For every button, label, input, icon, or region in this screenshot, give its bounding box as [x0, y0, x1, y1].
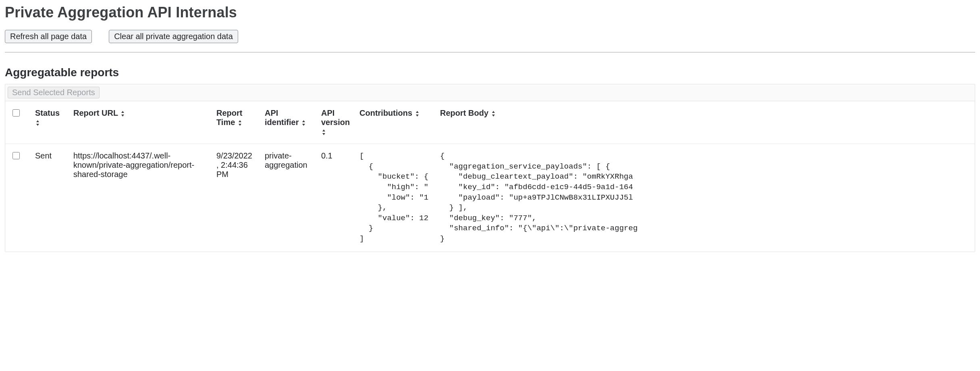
clear-data-button[interactable]: Clear all private aggregation data [109, 30, 238, 43]
sort-icon [121, 111, 125, 117]
column-header-report-url[interactable]: Report URL [68, 101, 211, 144]
column-header-label: Report URL [73, 108, 118, 117]
section-title: Aggregatable reports [5, 66, 975, 79]
sort-icon [302, 120, 305, 126]
cell-report-body: { "aggregation_service_payloads": [ { "d… [434, 144, 975, 252]
cell-contributions: [ { "bucket": { "high": "0", "low": "123… [354, 144, 434, 252]
sort-icon [492, 111, 495, 117]
column-header-api-identifier[interactable]: API identifier [259, 101, 316, 144]
sort-icon [36, 120, 39, 126]
column-header-status[interactable]: Status [29, 101, 68, 144]
table-action-bar: Send Selected Reports [5, 84, 975, 101]
reports-table-container: Send Selected Reports Status [5, 84, 975, 252]
sort-icon [322, 129, 326, 135]
sort-icon [238, 120, 242, 126]
row-select-checkbox[interactable] [12, 152, 20, 159]
column-header-label: Status [35, 108, 60, 117]
column-header-label: API version [321, 108, 350, 127]
cell-status: Sent [29, 144, 68, 252]
column-header-select [5, 101, 29, 144]
send-selected-button[interactable]: Send Selected Reports [8, 87, 100, 98]
column-header-report-time[interactable]: Report Time [211, 101, 259, 144]
cell-api-identifier: private-aggregation [259, 144, 316, 252]
report-body-code: { "aggregation_service_payloads": [ { "d… [440, 151, 969, 244]
column-header-label: Report Body [440, 108, 488, 117]
top-toolbar: Refresh all page data Clear all private … [5, 30, 975, 52]
column-header-label: API identifier [265, 108, 299, 127]
column-header-report-body[interactable]: Report Body [434, 101, 975, 144]
select-all-checkbox[interactable] [12, 109, 20, 117]
cell-report-time: 9/23/2022, 2:44:36 PM [211, 144, 259, 252]
refresh-button[interactable]: Refresh all page data [5, 30, 92, 43]
column-header-contributions[interactable]: Contributions [354, 101, 434, 144]
cell-api-version: 0.1 [316, 144, 354, 252]
column-header-label: Contributions [359, 108, 412, 117]
page-title: Private Aggregation API Internals [5, 4, 975, 21]
reports-table: Status Report URL Report Time [5, 101, 975, 252]
column-header-api-version[interactable]: API version [316, 101, 354, 144]
contributions-code: [ { "bucket": { "high": "0", "low": "123… [359, 151, 429, 244]
table-row: Sent https://localhost:4437/.well-known/… [5, 144, 975, 252]
cell-report-url: https://localhost:4437/.well-known/priva… [68, 144, 211, 252]
sort-icon [415, 111, 419, 117]
